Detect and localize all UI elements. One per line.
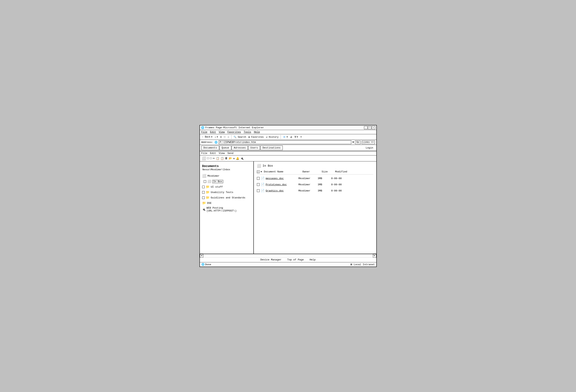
app-menu-view[interactable]: View — [219, 152, 225, 155]
menu-edit[interactable]: Edit — [210, 131, 216, 134]
doc-row-cols-2: Graphics.doc Mkodimer 3MB 0-00-00 — [266, 189, 373, 192]
tree-item-guidelines[interactable]: 📁 Guidlines and Standards — [202, 196, 251, 199]
close-button[interactable]: ✕ — [372, 126, 375, 129]
guidelines-folder-icon: 📁 — [206, 196, 210, 199]
usability-checkbox[interactable] — [202, 191, 205, 194]
window-title: Frames Page-Microsoft Internet Explorer — [205, 126, 264, 129]
doc-name-0[interactable]: messages.doc — [266, 177, 298, 180]
new-doc-icon[interactable]: □ — [207, 157, 209, 160]
doc-row-cols-1: Prototypes.doc Mkodimer 3MB 0-00-00 — [266, 183, 373, 186]
mail-button[interactable]: 📧 ▼ — [282, 135, 288, 139]
left-panel: Documents Nexus\Mkodimer\Inbox ⬜ Mkodime… — [200, 161, 254, 254]
page-button[interactable]: □ — [223, 135, 226, 139]
tree-item-usability[interactable]: 📁 Usability Tests — [202, 190, 251, 194]
new-folder-icon[interactable]: ⬜ — [202, 156, 206, 161]
recycle-icon[interactable]: 🗑 — [225, 157, 228, 160]
minimize-button[interactable]: _ — [364, 126, 368, 129]
scroll-left-button[interactable]: ◄ — [200, 254, 203, 257]
app-menu-send[interactable]: Send — [227, 152, 233, 155]
menu-help[interactable]: Help — [254, 131, 260, 134]
col-header-name: Document Name — [264, 170, 302, 173]
forward-button[interactable]: ⇒ ▼ — [214, 135, 219, 139]
back-button[interactable]: ← Back ▼ — [202, 135, 213, 139]
tree-item-inbox[interactable]: ⬜ In Box — [202, 180, 251, 183]
app-menu-edit[interactable]: Edit — [210, 152, 216, 155]
network-icon: 🖥 — [350, 263, 352, 266]
status-right: 🖥 Local Intranet — [350, 263, 374, 266]
tree-label-mkodimer: Mkodimer — [207, 174, 220, 177]
app-menu-file[interactable]: File — [202, 152, 207, 155]
discuss-button[interactable]: ≡ — [299, 135, 302, 139]
menu-view[interactable]: View — [219, 131, 225, 134]
footer-device-manager[interactable]: Device Manager — [260, 258, 281, 261]
tree-item-uistuff[interactable]: 📁 UI stuff — [202, 185, 251, 189]
doc-checkbox-2[interactable] — [257, 189, 259, 192]
search-button[interactable]: 🔍 Search — [233, 135, 247, 139]
cut-icon[interactable]: ✂ — [213, 156, 215, 161]
links-button[interactable]: Links >> — [362, 140, 375, 144]
print-button[interactable]: 🖨 — [289, 135, 293, 139]
new-small-icon[interactable]: □ — [210, 157, 212, 160]
tree-item-dse[interactable]: 📁 DSE — [202, 201, 251, 205]
word-button[interactable]: W ▼ — [294, 135, 299, 139]
plugin-icon[interactable]: 🔌 — [240, 157, 244, 160]
envelope-icon[interactable]: ✉ — [233, 157, 235, 160]
tab-adresses[interactable]: Adresses — [232, 146, 248, 150]
notification-icon[interactable]: 🔔 — [236, 157, 239, 160]
title-bar: 🌐 Frames Page-Microsoft Internet Explore… — [200, 125, 376, 130]
address-input[interactable] — [219, 140, 351, 144]
stop-button[interactable]: ⊗ — [220, 135, 222, 139]
address-go-arrow[interactable]: ▼ — [352, 141, 354, 144]
inbox-checkbox[interactable] — [204, 180, 206, 183]
doc-owner-0: Mkodimer — [298, 177, 318, 180]
guidelines-checkbox[interactable] — [202, 196, 205, 199]
history-button[interactable]: ↺ History — [265, 135, 279, 139]
doc-size-1: 3MB — [318, 183, 331, 186]
tab-queue[interactable]: Queue — [220, 146, 231, 150]
col-header-size: Size — [322, 170, 335, 173]
favorites-button[interactable]: ✱ Favorites — [248, 135, 264, 139]
login-link[interactable]: Login — [364, 146, 374, 150]
doc-name-1[interactable]: Prototypes.doc — [266, 183, 298, 186]
paste-special-icon[interactable]: 📋 — [220, 157, 224, 160]
doc-name-2[interactable]: Graphics.doc — [266, 189, 298, 192]
tab-documents[interactable]: Documents — [202, 146, 219, 150]
tree-item-webposting[interactable]: 🔌 WEB Posting (URL:HTTP\\ISPPOST\) — [202, 206, 251, 212]
status-left: 🌐 Done — [202, 263, 211, 266]
footer-top-of-page[interactable]: Top of Page — [287, 258, 304, 261]
word-dropdown-arrow[interactable]: ▼ — [297, 136, 298, 138]
app-toolbar: ⬜ □ □ ✂ 📋 📋 🗑 📂 ✉ 🔔 🔌 — [200, 155, 376, 161]
tab-destinations[interactable]: Destinations — [260, 146, 283, 150]
toolbar-divider-2 — [281, 135, 281, 139]
open-file-icon[interactable]: 📂 — [229, 157, 232, 160]
copy-icon[interactable]: 📋 — [216, 157, 219, 160]
doc-header-cols: Document Name Owner Size Modified — [264, 170, 373, 173]
doc-owner-2: Mkodimer — [298, 189, 318, 192]
tab-users[interactable]: Users — [248, 146, 260, 150]
forward-dropdown-arrow[interactable]: ▼ — [217, 136, 218, 138]
menu-file[interactable]: File — [202, 131, 207, 134]
sort-arrow[interactable]: ▼ — [261, 171, 262, 173]
doc-file-icon-0: 📄 — [261, 176, 265, 180]
mail-dropdown-arrow[interactable]: ▼ — [287, 136, 288, 138]
doc-file-icon-2: 📄 — [261, 189, 265, 193]
doc-checkbox-1[interactable] — [257, 183, 259, 186]
doc-checkbox-0[interactable] — [257, 177, 259, 180]
doc-size-0: 3MB — [318, 177, 331, 180]
tree-label-usability: Usability Tests — [211, 191, 233, 194]
menu-favorites[interactable]: Favorites — [227, 131, 241, 134]
maximize-button[interactable]: □ — [368, 126, 371, 129]
address-icon: 🌐 — [214, 141, 218, 144]
tree-item-mkodimer[interactable]: ⬜ Mkodimer — [202, 174, 251, 178]
scroll-right-button[interactable]: ► — [373, 254, 376, 257]
doc-file-icon-1: 📄 — [261, 183, 265, 187]
footer-help[interactable]: Help — [310, 258, 316, 261]
back-dropdown-arrow[interactable]: ▼ — [211, 136, 212, 138]
select-all-checkbox[interactable]: ☑ — [257, 170, 259, 173]
uistuff-checkbox[interactable] — [202, 186, 205, 188]
go-button[interactable]: Go — [355, 140, 360, 144]
scroll-track[interactable] — [203, 254, 373, 257]
home-button[interactable]: ⌂ — [227, 135, 230, 139]
doc-owner-1: Mkodimer — [298, 183, 318, 186]
menu-tools[interactable]: Tools — [244, 131, 251, 134]
